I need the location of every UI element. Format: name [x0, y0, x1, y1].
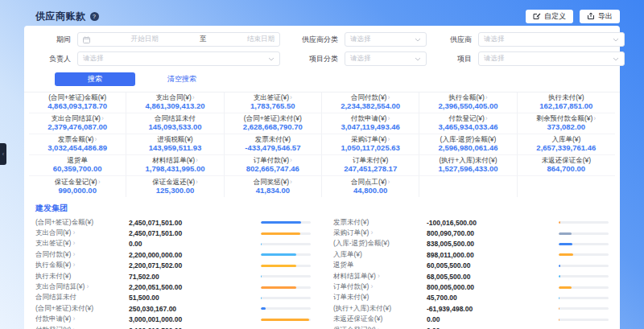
row-label-text: 执行未付(¥) — [35, 272, 71, 280]
chevron-right-icon[interactable]: › — [378, 326, 380, 329]
row-label-text: 支出合同结算(¥) — [35, 282, 85, 290]
stat-card[interactable]: 保证金返还(¥)›125,300.00 — [126, 176, 224, 197]
stat-value: 1,783,765.50 — [250, 102, 295, 110]
stat-label-line: 材料结算单(¥)› — [152, 157, 198, 164]
chevron-right-icon[interactable]: › — [387, 114, 390, 122]
search-button[interactable]: 搜索 — [55, 72, 135, 86]
list-item[interactable]: 支出合同(¥)›2,450,071,501.00 — [35, 228, 311, 238]
date-range-input[interactable]: 开始日期 至 结束日期 — [77, 32, 280, 47]
chevron-right-icon[interactable]: › — [485, 114, 488, 122]
chevron-right-icon[interactable]: › — [387, 93, 390, 101]
row-value: 2,200,051,500.00 — [129, 283, 261, 291]
stat-card[interactable]: 支出合同(¥)›4,861,309,413.20 — [126, 93, 224, 113]
list-item[interactable]: 采购订单(¥)›800,090,700.00 — [333, 228, 609, 238]
chevron-right-icon[interactable]: › — [72, 250, 75, 258]
supplier-category-label: 供应商分类 — [288, 35, 338, 45]
chevron-right-icon[interactable]: › — [98, 178, 101, 186]
stat-card[interactable]: 支出合同结算(¥)›2,379,476,087.00 — [29, 113, 126, 134]
chevron-right-icon[interactable]: › — [196, 156, 198, 164]
row-label-text: 合同结算未付 — [35, 293, 76, 301]
stat-card[interactable]: 付款登记(¥)›3,465,934,033.46 — [419, 113, 517, 134]
stat-label-line: 发票未付(¥) — [255, 136, 291, 143]
chevron-right-icon[interactable]: › — [290, 156, 292, 164]
chevron-right-icon[interactable]: › — [72, 239, 75, 247]
drawer-handle[interactable]: ‹ — [0, 143, 6, 165]
supplier-category-select[interactable]: 请选择 — [345, 32, 427, 47]
list-item[interactable]: 保证金登记(¥)›0.00 — [333, 325, 609, 329]
stat-label: 材料结算单(¥) — [152, 156, 195, 164]
export-button[interactable]: 导出 — [580, 10, 620, 23]
stat-card[interactable]: 合同付款(¥)›2,234,382,554.00 — [322, 93, 419, 113]
chevron-right-icon[interactable]: › — [290, 93, 292, 101]
chevron-right-icon[interactable]: › — [72, 315, 75, 323]
list-item[interactable]: 执行金额(¥)›2,200,071,502.00 — [35, 261, 311, 271]
project-select[interactable]: 请选择 — [478, 51, 625, 66]
chevron-right-icon[interactable]: › — [593, 114, 596, 122]
chevron-right-icon[interactable]: › — [72, 326, 75, 329]
owner-select[interactable]: 请选择 — [77, 51, 280, 66]
chevron-right-icon[interactable]: › — [196, 178, 198, 186]
list-item[interactable]: 支出合同结算(¥)›2,200,051,500.00 — [35, 282, 311, 292]
stat-card: 入库单(¥)2,657,339,761.46 — [518, 134, 615, 155]
stat-card[interactable]: 订单付款(¥)›802,665,747.46 — [225, 155, 322, 176]
list-item[interactable]: 订单付款(¥)›800,005,000.00 — [333, 282, 609, 292]
filter-section: 期间 开始日期 至 结束日期 供应商分类 请选择 — [24, 26, 620, 86]
progress-bar-track — [559, 319, 609, 321]
row-value: 838,005,500.00 — [427, 240, 559, 248]
filter-row-2: 负责人 请选择 项目分类 请选择 项目 请选择 — [35, 51, 609, 66]
chevron-right-icon[interactable]: › — [387, 135, 390, 143]
help-icon[interactable]: ? — [90, 12, 99, 21]
customize-button[interactable]: 自定义 — [526, 10, 573, 23]
chevron-right-icon[interactable]: › — [370, 228, 373, 236]
row-label: 材料结算单(¥)› — [333, 272, 427, 282]
content-panel: 期间 开始日期 至 结束日期 供应商分类 请选择 — [24, 26, 620, 329]
list-item[interactable]: 支出签证(¥)›0.00 — [35, 239, 311, 249]
stat-label-line: 剩余预付款金额(¥)› — [536, 115, 596, 122]
stat-card[interactable]: 剩余预付款金额(¥)›373,082.00 — [518, 113, 615, 134]
chevron-right-icon[interactable]: › — [378, 272, 380, 280]
stat-label: 未返还保证金(¥) — [542, 156, 591, 164]
project-category-select[interactable]: 请选择 — [345, 51, 427, 66]
list-item[interactable]: 付款申请(¥)›3,000,001,000.00 — [35, 315, 311, 325]
stat-card[interactable]: 付款申请(¥)›3,047,119,493.46 — [322, 113, 419, 134]
stat-card[interactable]: 合同奖惩(¥)›41,834.00 — [225, 176, 322, 197]
chevron-right-icon[interactable]: › — [192, 93, 195, 101]
row-label: 执行金额(¥)› — [35, 261, 129, 270]
stat-card[interactable]: 合同点工(¥)›44,800.00 — [322, 176, 419, 197]
row-value: 0.00 — [129, 240, 261, 248]
stat-card[interactable]: 发票金额(¥)›3,032,454,486.89 — [29, 134, 126, 155]
stat-card[interactable]: 执行金额(¥)›2,396,550,405.00 — [419, 93, 517, 113]
chevron-right-icon[interactable]: › — [72, 261, 75, 269]
stat-card[interactable]: 材料结算单(¥)›1,798,431,995.00 — [126, 155, 224, 176]
stat-card[interactable]: 保证金登记(¥)›990,000.00 — [29, 176, 126, 197]
row-label: 合同付款(¥)› — [35, 250, 129, 260]
stat-label-line: 采购订单(¥)› — [351, 136, 390, 143]
stat-label: 采购订单(¥) — [351, 135, 386, 143]
chevron-right-icon[interactable]: › — [86, 282, 89, 290]
chevron-right-icon[interactable]: › — [370, 282, 373, 290]
list-item[interactable]: 合同付款(¥)›2,200,000,000.00 — [35, 249, 311, 260]
row-value: -61,939,498.00 — [427, 305, 559, 313]
chevron-right-icon[interactable]: › — [387, 178, 390, 186]
stat-label-line: 入库单(¥) — [551, 136, 580, 143]
clear-search-link[interactable]: 清空搜索 — [167, 74, 196, 84]
stat-value: 3,047,119,493.46 — [341, 123, 399, 131]
list-item[interactable]: 材料结算单(¥)›68,005,500.00 — [333, 271, 609, 282]
chevron-right-icon[interactable]: › — [72, 228, 75, 236]
row-value: 898,011,000.00 — [427, 251, 559, 259]
row-label-text: (合同+签证)金额(¥) — [35, 218, 93, 226]
row-label-text: 发票未付(¥) — [333, 218, 369, 226]
group-title[interactable]: 建发集团 — [35, 203, 609, 214]
progress-bar-track — [261, 319, 311, 321]
chevron-right-icon[interactable]: › — [101, 114, 104, 122]
stat-card[interactable]: 支出签证(¥)›1,783,765.50 — [225, 93, 322, 113]
stat-card[interactable]: 采购订单(¥)›1,050,117,025.63 — [322, 134, 419, 155]
list-item[interactable]: 付款登记(¥)›3,100,016,500.00 — [35, 325, 311, 329]
stat-label: 退货单 — [67, 156, 88, 164]
row-label: 订单未付(¥) — [333, 293, 427, 302]
chevron-right-icon[interactable]: › — [290, 178, 292, 186]
row-label: (执行+入库)未付(¥) — [333, 304, 427, 314]
supplier-select[interactable]: 请选择 — [478, 32, 625, 47]
chevron-right-icon[interactable]: › — [485, 93, 488, 101]
chevron-right-icon[interactable]: › — [94, 135, 97, 143]
